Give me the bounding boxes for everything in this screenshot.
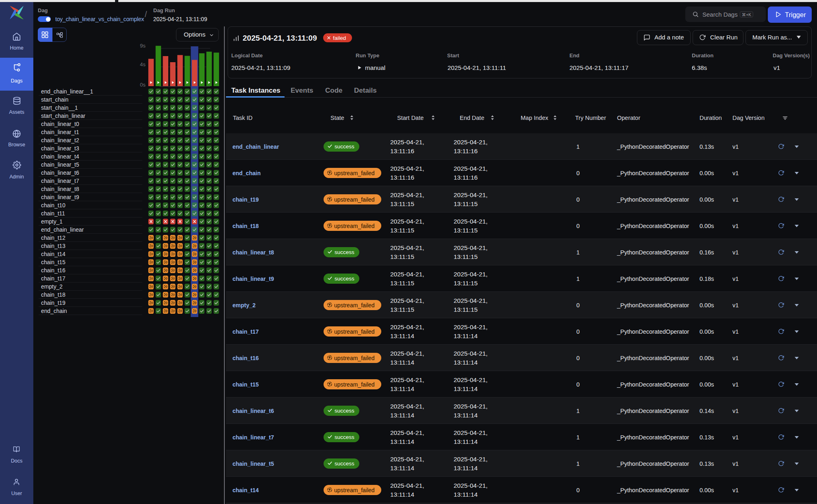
svg-text:0s: 0s bbox=[140, 82, 146, 88]
svg-text:9s: 9s bbox=[140, 43, 146, 49]
svg-text:4s: 4s bbox=[140, 61, 146, 67]
